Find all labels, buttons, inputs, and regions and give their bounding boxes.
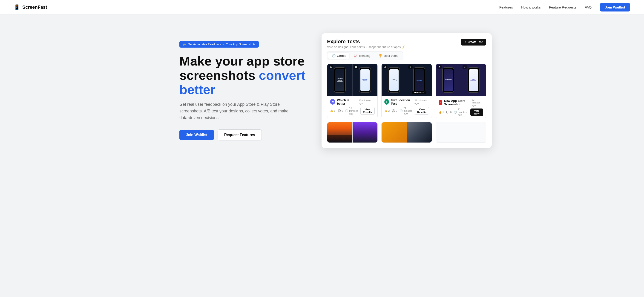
explore-card: Explore Tests Vote on designs, earn poin…: [322, 33, 492, 148]
nav-faq[interactable]: FAQ: [585, 5, 592, 9]
test-card-2-img-a: A dailyJournal: [382, 64, 407, 96]
view-results-btn-2[interactable]: View Results: [415, 107, 429, 115]
tab-latest-label: Latest: [337, 54, 346, 57]
label-b: B: [354, 65, 358, 69]
likes-3: 👍 1: [438, 108, 444, 116]
tab-trending[interactable]: 📈 Trending: [350, 53, 374, 59]
clock-1: 🕐 10 minutes ago: [345, 107, 358, 115]
badge-text: Get Actionable Feedback on Your App Scre…: [188, 42, 256, 46]
nav-links: Features How it works Feature Requests F…: [499, 3, 630, 11]
label-b-2: B: [408, 65, 412, 69]
test-card-4: [327, 122, 378, 143]
photo-slot-5a: [382, 122, 407, 143]
clock-3: 🕐 22 minutes ago: [454, 108, 468, 116]
hero-title-blue: convert: [259, 68, 306, 82]
tab-latest[interactable]: 🕐 Latest: [328, 53, 349, 59]
logo[interactable]: 📱 ScreenFast: [14, 4, 47, 10]
hero-title: Make your app store screenshots convert …: [180, 54, 308, 97]
avatar-2: T: [384, 99, 389, 105]
clock-2: 🕐 21 minutes ago: [400, 107, 412, 115]
test-time-1: 10 minutes ago: [358, 99, 375, 105]
tab-most-votes[interactable]: 🏆 Most Votes: [375, 53, 402, 59]
logo-text: ScreenFast: [22, 4, 47, 10]
avatar-3: A: [438, 100, 442, 105]
hero-request-features-button[interactable]: Request Features: [218, 129, 262, 140]
comments-3: 💬 0: [446, 108, 452, 116]
hero-badge: ✨ Get Actionable Feedback on Your App Sc…: [180, 41, 259, 47]
vote-now-btn-3[interactable]: Vote Now: [470, 108, 483, 116]
label-b-3: B: [462, 65, 467, 69]
test-card-1: A Left-RightTongueProtrusion B: [327, 64, 378, 118]
test-stats-3: 👍 1 💬 0 🕐 22 minutes ago: [438, 108, 468, 116]
navbar: 📱 ScreenFast Features How it works Featu…: [0, 0, 644, 15]
test-card-5: [381, 122, 432, 143]
hero-title-line2: screenshots: [180, 68, 259, 82]
tracker-label: TRACKER: [412, 91, 426, 94]
test-time-3: 22 minutes ago: [472, 98, 483, 107]
hero-join-waitlist-button[interactable]: Join Waitlist: [180, 130, 214, 140]
hero-subtitle: Get real user feedback on your App Store…: [180, 101, 290, 121]
test-name-3: New App Store Screenshot: [444, 99, 470, 106]
tab-most-votes-icon: 🏆: [378, 54, 382, 57]
test-cards-grid: A Left-RightTongueProtrusion B: [327, 64, 486, 143]
test-card-3-img-a: A sleep apneaexercises: [436, 64, 461, 96]
test-card-2: A dailyJournal B TRACKER: [381, 64, 432, 118]
photo-slot-4a: [327, 122, 352, 143]
nav-feature-requests[interactable]: Feature Requests: [549, 5, 576, 9]
nav-how-it-works[interactable]: How it works: [521, 5, 541, 9]
explore-title: Explore Tests: [327, 39, 405, 45]
tab-latest-icon: 🕐: [332, 54, 336, 57]
photo-slot-5b: [407, 122, 432, 143]
test-name-2: Text Location Test: [391, 98, 412, 105]
tab-trending-label: Trending: [358, 54, 370, 57]
photo-slot-4b: [352, 122, 378, 143]
test-card-1-img-a: A Left-RightTongueProtrusion: [327, 64, 352, 96]
test-stats-1: 👍 1 💬 0 🕐 10 minutes ago: [330, 107, 358, 115]
test-card-6: [436, 122, 486, 143]
comments-2: 💬 2: [392, 107, 397, 115]
nav-join-waitlist-button[interactable]: Join Waitlist: [600, 3, 630, 11]
hero-right: Explore Tests Vote on designs, earn poin…: [322, 33, 492, 148]
logo-icon: 📱: [14, 4, 20, 10]
explore-card-header: Explore Tests Vote on designs, earn poin…: [327, 39, 486, 49]
hero-section: ✨ Get Actionable Feedback on Your App Sc…: [161, 15, 483, 162]
avatar-1: W: [330, 99, 335, 105]
hero-buttons: Join Waitlist Request Features: [180, 129, 308, 140]
test-stats-2: 👍 2 💬 2 🕐 21 minutes ago: [384, 107, 412, 115]
test-card-3-img-b: B yoursleep apnea.: [461, 64, 486, 96]
view-results-btn-1[interactable]: View Results: [360, 107, 375, 115]
likes-2: 👍 2: [384, 107, 390, 115]
test-name-1: Which is better: [337, 98, 357, 105]
hero-left: ✨ Get Actionable Feedback on Your App Sc…: [180, 41, 308, 140]
tab-trending-icon: 📈: [354, 54, 358, 57]
test-time-2: 21 minutes ago: [414, 99, 429, 105]
explore-subtitle: Vote on designs, earn points & shape the…: [327, 45, 405, 49]
test-card-3: A sleep apneaexercises B you: [436, 64, 486, 118]
nav-features[interactable]: Features: [499, 5, 513, 9]
hero-title-line3: better: [180, 82, 215, 97]
label-a: A: [329, 65, 333, 69]
badge-icon: ✨: [182, 42, 186, 46]
label-a-3: A: [437, 65, 442, 69]
hero-title-line1: Make your app store: [180, 54, 305, 68]
test-card-2-img-b: B TRACKER TRACKER: [407, 64, 432, 96]
create-test-button[interactable]: ✦ Create Test: [461, 39, 486, 45]
test-card-1-img-b: B Progress19 4 4: [352, 64, 378, 96]
explore-tabs: 🕐 Latest 📈 Trending 🏆 Most Votes: [327, 51, 403, 60]
likes-1: 👍 1: [330, 107, 335, 115]
label-a-2: A: [383, 65, 387, 69]
tab-most-votes-label: Most Votes: [384, 54, 398, 57]
comments-1: 💬 0: [338, 107, 343, 115]
